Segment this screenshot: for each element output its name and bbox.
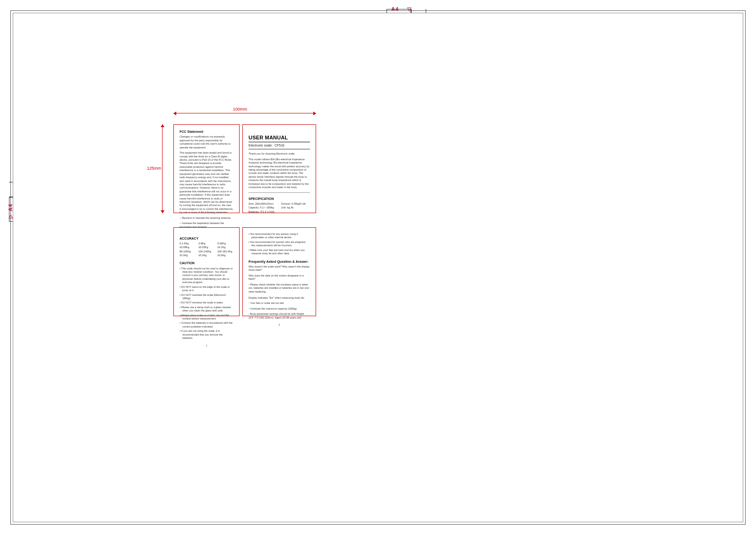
fcc-paragraph: Changes or modifications not expressly a… <box>180 135 233 149</box>
accuracy-cell: 100-182.4Kg ±0.6Kg <box>217 250 233 257</box>
caution-item: Connect the batteries in accordance with… <box>180 321 233 328</box>
dimension-horizontal-label: 100mm <box>233 107 247 112</box>
faq-heading: Frequently Asked Question & Answer: <box>249 259 310 264</box>
specification-grid: Size: 260x260x20mm Division: 0.05kg/0.1l… <box>249 202 310 214</box>
panel-fcc: FCC Statement Changes or modifications n… <box>173 124 240 213</box>
accuracy-grid: 0.1-5Kg ±0.08Kg 2-8Kg ±0.03Kg 5-60Kg ±0.… <box>180 242 233 257</box>
err-item: - Body-parameter settings should be with… <box>249 312 310 319</box>
dimension-vertical <box>162 124 163 213</box>
bia-description: This model utilizes BIA (Bio-electrical … <box>249 158 310 190</box>
caution-item: If you are not using the scale, it is re… <box>180 329 233 340</box>
caution-heading: CAUTION <box>180 261 233 265</box>
manual-subtitle: Electronic scale CF516 <box>249 143 310 149</box>
panel-cover: USER MANUAL Electronic scale CF516 Thank… <box>242 124 316 213</box>
note-item: Make sure your feet are bare and dry whe… <box>249 249 310 256</box>
product-name: Electronic scale <box>249 144 272 147</box>
panel-faq: Not recommended for any person using a p… <box>242 227 316 316</box>
ruler-left-seg <box>9 182 13 197</box>
accuracy-cell: 5-60Kg ±0.1Kg <box>217 242 233 249</box>
ruler-top-seg <box>411 9 426 13</box>
fcc-paragraph: This equipment has been tested and found… <box>180 151 233 215</box>
faq-answer: - Please check whether the insulation pi… <box>249 283 310 293</box>
page-number: 2 <box>249 323 310 327</box>
accuracy-cell: 80-100Kg ±0.3Kg <box>180 250 196 257</box>
spec-capacity: Capacity: 0.1~~180kg <box>249 206 277 209</box>
err-heading: Display indicates "Err" when measuring b… <box>249 296 310 300</box>
ruler-left-seg <box>9 197 13 222</box>
err-item: - Your feet or scale are too wet <box>249 302 310 305</box>
spec-size: Size: 260x260x20mm <box>249 202 277 206</box>
caution-item: This scale should not be used to diagnos… <box>180 267 233 285</box>
faq-question: Why doesn't the scale work? Why doesn't … <box>249 265 310 272</box>
note-item: Not recommended for women who are pregna… <box>249 241 310 248</box>
dimension-vertical-label: 125mm <box>147 166 161 171</box>
faq-question: Why does the data on the screen disappea… <box>249 274 310 281</box>
caution-item: DO NOT stand on the edge of the scale or… <box>180 285 233 293</box>
dimension-horizontal <box>173 113 316 113</box>
caution-list: This scale should not be used to diagnos… <box>180 267 233 340</box>
specification-heading: SPECIFICATION <box>249 197 310 201</box>
panel-accuracy-caution: ACCURACY 0.1-5Kg ±0.08Kg 2-8Kg ±0.03Kg 5… <box>173 227 240 316</box>
spec-division: Division: 0.05kg/0.1lb <box>281 202 310 206</box>
model-number: CF516 <box>275 144 284 147</box>
accuracy-cell: 2-8Kg ±0.03Kg <box>198 242 215 249</box>
accuracy-heading: ACCURACY <box>180 236 233 241</box>
caution-item: Always place scale on a hard, dry and fl… <box>180 314 233 321</box>
page-number: 1 <box>180 344 233 347</box>
intro-line: Thank you for choosing Electronic scale. <box>249 152 310 155</box>
fcc-bullet: -- Reorient or relocate the receiving an… <box>180 216 233 220</box>
manual-title: USER MANUAL <box>249 134 310 142</box>
err-item: - Overload the maximum capacity (180kg) <box>249 307 310 311</box>
caution-item: Please use a damp cloth or a glass clean… <box>180 306 233 313</box>
spec-unit: Unit: kg /lb <box>281 206 310 209</box>
fcc-title: FCC Statement <box>180 129 233 134</box>
drawing-inner-frame <box>13 13 743 522</box>
notes-list: Not recommended for any person using a p… <box>249 233 310 256</box>
accuracy-cell: 100-140Kg ±0.2Kg <box>198 250 215 257</box>
note-item: Not recommended for any person using a p… <box>249 233 310 240</box>
divider <box>249 192 310 193</box>
accuracy-cell: 0.1-5Kg ±0.08Kg <box>180 242 196 249</box>
drawing-outer-frame: A4 ▽ ▽ A4 100mm 125mm FCC Statement Chan… <box>10 10 746 525</box>
ruler-top-seg <box>387 9 411 13</box>
spec-batteries: Batteries: 3*1.5 V AAA <box>249 210 277 214</box>
caution-item: DO NOT immerse the scale in water. <box>180 301 233 304</box>
caution-item: DO NOT overload the scale.(Maximum 180kg… <box>180 293 233 301</box>
